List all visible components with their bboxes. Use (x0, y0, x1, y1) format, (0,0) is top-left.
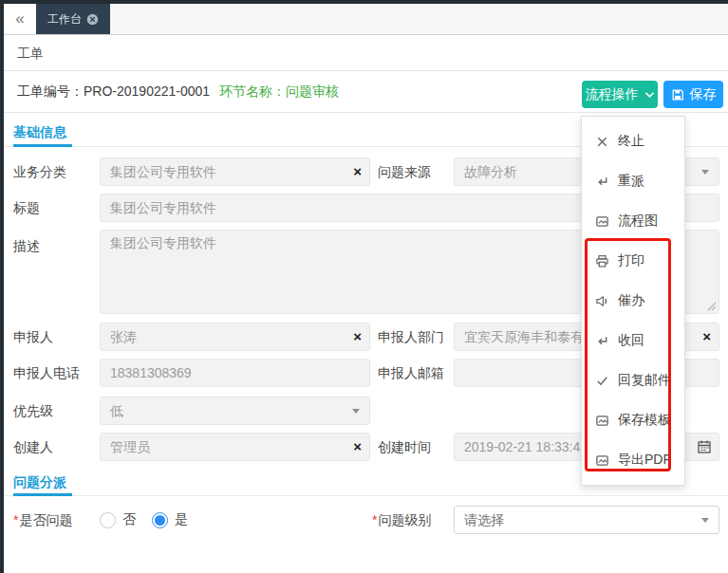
problem-level-value: 请选择 (464, 512, 504, 527)
printer-icon (595, 254, 609, 268)
creator-input[interactable]: 管理员 × (100, 433, 370, 461)
save-label: 保存 (690, 86, 717, 103)
menu-item-label: 导出PDF (618, 452, 671, 469)
clear-icon[interactable]: × (353, 323, 362, 350)
order-number-value: PRO-20190221-0001 (84, 83, 210, 99)
radio-yes[interactable] (152, 512, 168, 528)
clear-icon[interactable]: × (353, 434, 362, 460)
creator-label: 创建人 (13, 433, 53, 461)
image-icon (595, 453, 609, 468)
menu-item-urge[interactable]: 催办 (582, 281, 684, 321)
reporter-value: 张涛 (110, 329, 137, 344)
business-category-input[interactable]: 集团公司专用软件 × (100, 157, 370, 186)
breadcrumb: 工单 (17, 35, 44, 71)
radio-no[interactable] (100, 512, 116, 528)
section-title-basic-info: 基础信息 (13, 124, 66, 141)
select-caret-icon (352, 409, 360, 417)
menu-item-reassign[interactable]: 重派 (582, 161, 684, 201)
calendar-icon[interactable] (697, 439, 712, 454)
required-asterisk: * (13, 512, 18, 527)
is-problem-radio-group: 否 是 (100, 506, 188, 534)
menu-item-label: 回复邮件 (618, 372, 671, 389)
reporter-dept-label: 申报人部门 (378, 323, 444, 351)
business-category-value: 集团公司专用软件 (110, 164, 216, 179)
order-header-row: 工单编号：PRO-20190221-0001 环节名称：问题审核 流程操作 保存 (4, 71, 728, 113)
tab-close-icon[interactable] (86, 13, 99, 26)
select-caret-icon (701, 170, 709, 178)
menu-item-flowchart[interactable]: 流程图 (582, 201, 684, 241)
priority-select[interactable]: 低 (100, 397, 370, 425)
menu-item-retract[interactable]: 收回 (582, 321, 684, 360)
workorder-page: « 工作台 工单 工单编号：PRO-20190221-0001 环节名称：问题审… (0, 0, 728, 573)
menu-item-export-pdf[interactable]: 导出PDF (582, 440, 684, 480)
create-time-value: 2019-02-21 18:33:42 (464, 439, 588, 454)
image-icon (595, 214, 609, 229)
menu-item-label: 催办 (618, 292, 644, 309)
order-header-text: 工单编号：PRO-20190221-0001 环节名称：问题审核 (17, 71, 339, 112)
reporter-input[interactable]: 张涛 × (100, 323, 370, 351)
section-underline-dispatch (13, 493, 72, 496)
description-value: 集团公司专用软件 (110, 235, 216, 250)
process-actions-menu: 终止 重派 流程图 打印 催办 收回 回复邮件 保存模板 (581, 116, 685, 486)
reporter-phone-input[interactable]: 18381308369 (100, 359, 370, 387)
section-divider (4, 495, 728, 496)
create-time-label: 创建时间 (378, 433, 431, 461)
breadcrumb-row: 工单 (4, 35, 728, 71)
process-actions-label: 流程操作 (586, 86, 639, 103)
section-title-dispatch: 问题分派 (13, 474, 66, 491)
menu-item-reply-email[interactable]: 回复邮件 (582, 360, 684, 400)
tab-bar: « 工作台 (4, 4, 728, 35)
priority-value: 低 (110, 403, 123, 418)
required-asterisk: * (372, 512, 377, 527)
step-name-label: 环节名称： (219, 83, 286, 99)
business-category-label: 业务分类 (13, 157, 66, 186)
order-number-label: 工单编号： (17, 83, 84, 99)
title-label: 标题 (13, 194, 40, 222)
menu-item-label: 保存模板 (618, 412, 671, 429)
check-icon (595, 374, 609, 388)
title-value: 集团公司专用软件 (110, 200, 216, 215)
double-chevron-left-icon: « (15, 9, 24, 28)
tab-workbench[interactable]: 工作台 (36, 4, 110, 34)
reporter-phone-value: 18381308369 (110, 365, 192, 380)
clear-icon[interactable]: × (353, 158, 362, 185)
tab-label: 工作台 (47, 11, 82, 28)
resize-grip-icon[interactable] (707, 302, 717, 311)
menu-item-terminate[interactable]: 终止 (582, 121, 684, 161)
section-underline-basic (13, 144, 72, 147)
clear-icon[interactable]: × (702, 323, 711, 350)
problem-level-label: *问题级别 (372, 506, 431, 534)
problem-level-select[interactable]: 请选择 (454, 506, 719, 534)
is-problem-label: *是否问题 (13, 506, 72, 534)
menu-item-label: 收回 (618, 332, 644, 349)
window-top-edge (0, 0, 728, 4)
problem-source-value: 故障分析 (464, 164, 517, 179)
menu-item-print[interactable]: 打印 (582, 241, 684, 281)
chevron-down-icon (644, 91, 655, 99)
process-actions-button[interactable]: 流程操作 (582, 81, 658, 108)
collapse-tabs-button[interactable]: « (4, 4, 36, 34)
priority-label: 优先级 (13, 397, 53, 425)
collapsed-sidebar-edge (0, 0, 4, 573)
x-icon (595, 135, 609, 149)
menu-item-label: 流程图 (618, 213, 658, 230)
menu-item-label: 打印 (618, 252, 644, 269)
menu-item-label: 终止 (618, 133, 644, 150)
radio-no-label: 否 (122, 511, 136, 528)
reporter-email-label: 申报人邮箱 (378, 359, 444, 387)
speaker-icon (595, 294, 609, 308)
save-icon (671, 88, 684, 102)
description-label: 描述 (13, 231, 40, 260)
problem-source-label: 问题来源 (378, 157, 431, 186)
creator-value: 管理员 (110, 439, 150, 454)
menu-item-save-template[interactable]: 保存模板 (582, 400, 684, 440)
step-name-value: 问题审核 (286, 83, 339, 99)
reporter-label: 申报人 (13, 323, 53, 351)
reporter-phone-label: 申报人电话 (13, 359, 80, 387)
menu-item-label: 重派 (618, 173, 644, 190)
save-button[interactable]: 保存 (663, 81, 723, 108)
select-caret-icon (701, 518, 709, 527)
image-icon (595, 414, 609, 428)
radio-yes-label: 是 (175, 511, 188, 528)
return-icon (595, 175, 609, 189)
